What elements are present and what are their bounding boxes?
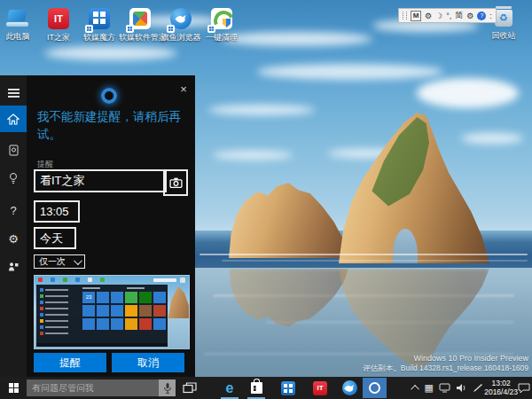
task-view-icon xyxy=(183,382,197,395)
mini-wallpaper-rock xyxy=(166,286,189,318)
desktop-icon-label: 软媒软件管家 xyxy=(119,33,161,42)
remind-button[interactable]: 提醒 xyxy=(34,353,106,372)
mini-recycle-bin xyxy=(180,278,185,283)
desktop-icon-cleanup[interactable]: 一键清理 xyxy=(200,7,243,42)
desktop-icon-label: IT之家 xyxy=(37,33,80,42)
ime-punctuation-icon[interactable]: °, xyxy=(446,12,451,20)
home-icon xyxy=(7,113,20,125)
microphone-icon xyxy=(163,382,172,395)
pinwheel-icon xyxy=(129,8,152,31)
ime-fullwidth-moon-icon[interactable]: ☽ xyxy=(435,12,442,20)
reminder-title-input[interactable] xyxy=(34,169,167,192)
insider-watermark-line1: Windows 10 Pro Insider Preview xyxy=(413,354,528,363)
mini-start-tiles: 23 xyxy=(82,292,166,330)
rail-item-help[interactable]: ? xyxy=(0,198,27,223)
desktop-icon-label: 旗鱼浏览器 xyxy=(160,33,202,42)
rail-item-feedback[interactable] xyxy=(0,254,27,279)
ime-help-icon[interactable]: ? xyxy=(477,12,486,20)
rail-item-home[interactable] xyxy=(0,106,27,132)
gear-icon: ⚙ xyxy=(8,232,19,246)
clock-time: 13:02 xyxy=(484,379,518,387)
action-center-icon xyxy=(518,383,530,394)
edge-taskbar-button[interactable]: e xyxy=(218,377,241,399)
desktop-icon-this-pc[interactable]: 此电脑 xyxy=(0,7,39,41)
swordfish-icon xyxy=(169,8,192,31)
recycle-bin-label: 回收站 xyxy=(482,31,525,40)
cortana-circle-icon xyxy=(369,382,380,394)
ime-mode-button[interactable]: M xyxy=(411,11,421,21)
store-icon xyxy=(251,382,262,394)
reminder-time-field[interactable]: 13:05 xyxy=(34,200,80,223)
microphone-button[interactable] xyxy=(159,379,176,396)
cancel-button[interactable]: 取消 xyxy=(112,353,184,372)
surf-foam xyxy=(200,254,528,255)
surf-foam xyxy=(222,260,528,262)
recurrence-value: 仅一次 xyxy=(39,255,66,268)
network-icon[interactable] xyxy=(439,383,450,393)
rail-item-notebook[interactable] xyxy=(0,137,27,162)
pen-icon[interactable] xyxy=(473,383,483,393)
cortana-logo-icon xyxy=(101,88,117,104)
ime-more-icon[interactable]: : xyxy=(489,12,492,20)
shortcut-badge xyxy=(85,25,93,33)
cleanup-icon xyxy=(210,8,233,31)
rail-item-reminders[interactable] xyxy=(0,166,27,191)
reminder-recurrence-dropdown[interactable]: 仅一次 xyxy=(34,254,85,269)
taskbar-search-box[interactable] xyxy=(27,379,176,396)
cube-icon xyxy=(281,381,295,395)
windows-logo-icon xyxy=(9,383,19,393)
ime-settings-icon[interactable]: ⚙ xyxy=(466,12,473,20)
taskbar-search-input[interactable] xyxy=(27,383,159,393)
shortcut-badge xyxy=(207,25,215,33)
ime-grid-icon[interactable]: ▦ xyxy=(425,383,434,393)
lightbulb-icon xyxy=(8,172,19,184)
rail-item-settings[interactable]: ⚙ xyxy=(0,226,27,251)
desktop-icon-qiyu-browser[interactable]: 旗鱼浏览器 xyxy=(160,7,202,42)
ithome-icon: IT xyxy=(313,381,327,395)
drag-handle-icon[interactable] xyxy=(403,12,407,20)
this-pc-icon xyxy=(6,7,29,30)
desktop-icon-label: 此电脑 xyxy=(0,32,39,41)
mini-ime-bar xyxy=(153,278,176,282)
desktop-icon-mofang[interactable]: 软媒魔方 xyxy=(78,7,121,42)
desktop-icon-label: 一键清理 xyxy=(200,33,243,42)
ime-simplified-button[interactable]: 简 xyxy=(455,10,463,21)
desktop-root: 此电脑 IT IT之家 软媒魔方 软媒软件管家 旗鱼浏览器 一键清理 xyxy=(0,0,532,399)
clock-date: 2016/4/23 xyxy=(484,387,518,396)
mini-start-menu: 23 xyxy=(36,285,168,347)
taskbar-clock[interactable]: 13:02 2016/4/23 xyxy=(484,379,518,396)
mini-desktop-icons xyxy=(38,278,43,282)
camera-button[interactable] xyxy=(163,169,188,196)
cortana-message: 我不能新建提醒，请稍后再试。 xyxy=(37,108,188,145)
chevron-down-icon xyxy=(74,256,82,265)
desktop-icon-ithome[interactable]: IT IT之家 xyxy=(37,7,80,42)
cortana-rail: ? ⚙ xyxy=(0,75,27,377)
system-tray: ▦ xyxy=(413,377,483,399)
close-icon[interactable]: × xyxy=(177,83,190,96)
screenshot-attachment-thumbnail[interactable]: 23 xyxy=(34,275,190,349)
start-button[interactable] xyxy=(0,377,27,399)
ithome-icon: IT xyxy=(47,8,70,31)
notebook-icon xyxy=(8,145,20,156)
mofang-taskbar-button[interactable] xyxy=(277,377,300,399)
reminder-date-field[interactable]: 今天 xyxy=(34,227,76,249)
hamburger-menu-icon[interactable] xyxy=(0,81,27,106)
ithome-taskbar-button[interactable]: IT xyxy=(309,377,332,399)
action-center-button[interactable] xyxy=(518,377,530,399)
shortcut-badge xyxy=(167,25,175,33)
volume-icon[interactable] xyxy=(456,383,467,393)
shortcut-badge xyxy=(126,25,134,33)
ime-language-bar[interactable]: M ⚙ ☽ °, 简 ⚙ ? : xyxy=(398,8,497,23)
feedback-icon xyxy=(8,262,19,272)
task-view-button[interactable] xyxy=(178,377,201,399)
camera-icon xyxy=(169,177,183,188)
qiyu-browser-taskbar-button[interactable] xyxy=(338,377,361,399)
edge-icon: e xyxy=(226,381,234,395)
store-taskbar-button[interactable] xyxy=(245,377,268,399)
swordfish-icon xyxy=(342,380,357,395)
cortana-taskbar-button[interactable] xyxy=(363,378,387,398)
ime-shape-icon[interactable]: ⚙ xyxy=(425,12,432,20)
insider-watermark-line2: 评估副本。Build 14328.rs1_release.160418-1609 xyxy=(363,364,528,374)
desktop-icon-app-manager[interactable]: 软媒软件管家 xyxy=(119,7,161,42)
help-icon: ? xyxy=(10,204,16,217)
